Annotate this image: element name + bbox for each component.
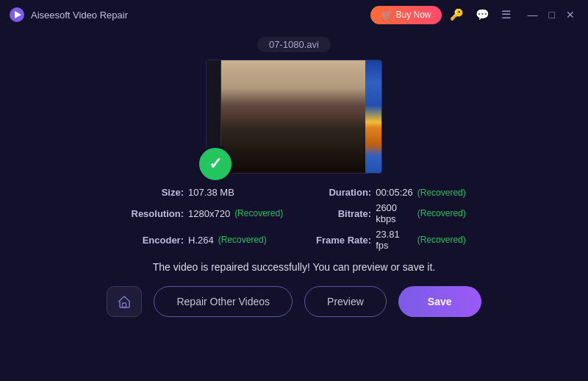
save-button[interactable]: Save <box>398 286 481 317</box>
cart-icon: 🛒 <box>381 10 392 21</box>
file-name: 07-1080.avi <box>257 37 331 52</box>
minimize-button[interactable]: — <box>523 7 542 22</box>
duration-recovered: (Recovered) <box>417 188 466 198</box>
main-content: 07-1080.avi ✓ Size: 107.38 MB <box>0 29 588 324</box>
success-checkmark: ✓ <box>197 146 234 182</box>
video-right-bar <box>365 60 381 173</box>
size-label: Size: <box>125 187 184 198</box>
resolution-recovered: (Recovered) <box>234 208 283 218</box>
encoder-value: H.264 <box>188 235 214 246</box>
video-thumbnail-wrapper: ✓ <box>206 60 382 174</box>
title-bar-right: 🛒 Buy Now 🔑 💬 ☰ — □ ✕ <box>370 6 580 24</box>
video-frame <box>207 60 381 173</box>
svg-rect-2 <box>123 303 126 307</box>
info-resolution-row: Resolution: 1280x720 (Recovered) <box>125 202 283 224</box>
resolution-value: 1280x720 <box>188 208 230 219</box>
home-icon <box>117 294 132 309</box>
duration-value: 00:05:26 <box>376 187 413 198</box>
app-logo <box>9 7 25 23</box>
key-icon-button[interactable]: 🔑 <box>446 7 467 23</box>
buy-now-button[interactable]: 🛒 Buy Now <box>370 6 442 24</box>
chat-icon-button[interactable]: 💬 <box>472 7 493 23</box>
app-title: Aiseesoft Video Repair <box>31 10 128 21</box>
preview-button[interactable]: Preview <box>304 286 387 317</box>
encoder-recovered: (Recovered) <box>218 235 267 245</box>
title-bar: Aiseesoft Video Repair 🛒 Buy Now 🔑 💬 ☰ —… <box>0 0 588 29</box>
bitrate-value: 2600 kbps <box>376 202 413 224</box>
bitrate-recovered: (Recovered) <box>417 208 466 218</box>
info-duration-row: Duration: 00:05:26 (Recovered) <box>312 187 466 198</box>
info-bitrate-row: Bitrate: 2600 kbps (Recovered) <box>312 202 466 224</box>
success-message: The video is repaired successfully! You … <box>153 261 435 273</box>
maximize-button[interactable]: □ <box>545 7 559 22</box>
video-info-grid: Size: 107.38 MB Duration: 00:05:26 (Reco… <box>125 187 463 251</box>
home-button[interactable] <box>107 286 142 317</box>
duration-label: Duration: <box>312 187 371 198</box>
bitrate-label: Bitrate: <box>312 208 371 219</box>
size-value: 107.38 MB <box>188 187 234 198</box>
framerate-recovered: (Recovered) <box>417 235 466 245</box>
window-controls: — □ ✕ <box>523 7 579 22</box>
close-button[interactable]: ✕ <box>562 7 579 22</box>
framerate-label: Frame Rate: <box>312 235 371 246</box>
buy-now-label: Buy Now <box>396 10 431 20</box>
repair-other-videos-button[interactable]: Repair Other Videos <box>154 286 293 317</box>
resolution-label: Resolution: <box>125 208 184 219</box>
framerate-value: 23.81 fps <box>376 229 413 251</box>
video-room <box>221 60 365 173</box>
check-icon: ✓ <box>209 156 222 172</box>
menu-icon-button[interactable]: ☰ <box>498 7 514 23</box>
info-encoder-row: Encoder: H.264 (Recovered) <box>125 229 283 251</box>
title-bar-left: Aiseesoft Video Repair <box>9 7 128 23</box>
encoder-label: Encoder: <box>125 235 184 246</box>
info-size-row: Size: 107.38 MB <box>125 187 283 198</box>
bottom-buttons: Repair Other Videos Preview Save <box>107 286 481 317</box>
info-framerate-row: Frame Rate: 23.81 fps (Recovered) <box>312 229 466 251</box>
video-room-bg <box>221 60 365 173</box>
